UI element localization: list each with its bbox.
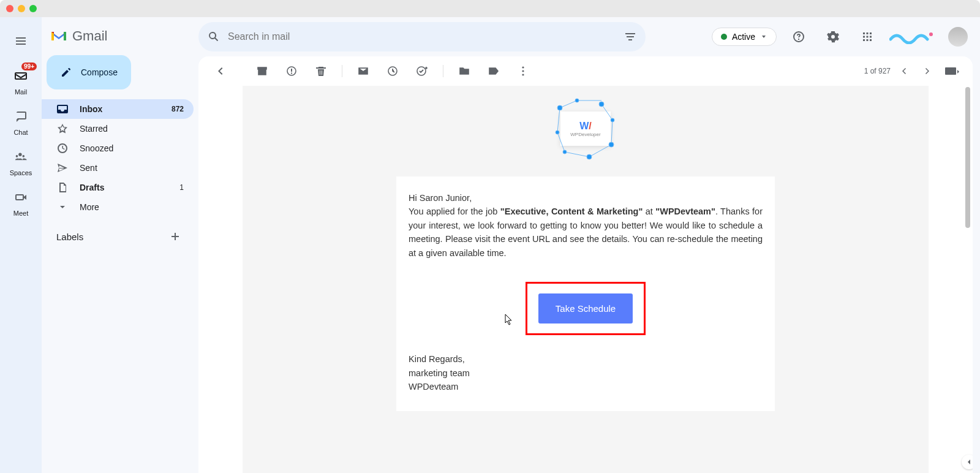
- file-icon: [56, 181, 69, 194]
- svg-point-22: [609, 142, 614, 147]
- nav-inbox-label: Inbox: [80, 104, 102, 114]
- labels-heading: Labels: [56, 232, 83, 242]
- main-menu-button[interactable]: [6, 26, 36, 55]
- svg-line-17: [557, 108, 560, 132]
- rail-meet-label: Meet: [13, 210, 28, 217]
- status-label: Active: [732, 32, 755, 42]
- next-button[interactable]: [918, 59, 937, 83]
- search-icon: [207, 30, 221, 44]
- scrollbar-thumb[interactable]: [965, 87, 970, 228]
- nav-sent[interactable]: Sent: [42, 158, 194, 178]
- envelope-icon: [357, 65, 369, 77]
- support-button[interactable]: [786, 25, 811, 49]
- add-label-button[interactable]: [167, 228, 184, 245]
- svg-line-15: [565, 152, 589, 157]
- svg-point-18: [557, 105, 562, 110]
- task-icon: [416, 65, 428, 77]
- label-icon: [488, 65, 500, 77]
- svg-line-14: [589, 145, 611, 157]
- apps-button[interactable]: [855, 25, 880, 49]
- rail-mail[interactable]: 99+ Mail: [11, 66, 31, 96]
- snooze-button[interactable]: [380, 59, 405, 83]
- brand-name: Gmail: [72, 28, 107, 44]
- org-logo: [889, 28, 938, 45]
- take-schedule-button[interactable]: Take Schedule: [538, 293, 633, 324]
- email-signoff-1: Kind Regards,: [409, 352, 763, 366]
- email-logo-block: W/ WPDeveloper: [243, 86, 929, 176]
- rail-chat[interactable]: Chat: [11, 107, 31, 136]
- main-area: Active: [198, 17, 980, 473]
- nav-drafts-label: Drafts: [80, 183, 104, 192]
- compose-button[interactable]: Compose: [47, 55, 131, 89]
- content-pane: 1 of 927: [198, 56, 973, 473]
- prev-button[interactable]: [894, 59, 914, 83]
- nav-drafts-count: 1: [179, 183, 184, 192]
- plus-icon: [170, 231, 181, 242]
- window-minimize-button[interactable]: [18, 5, 25, 12]
- mail-icon: [13, 69, 28, 83]
- rail-spaces[interactable]: Spaces: [10, 147, 32, 176]
- arrow-left-icon: [214, 65, 227, 77]
- email-viewport[interactable]: W/ WPDeveloper Hi Saron Junior, You appl…: [198, 86, 973, 473]
- nav-inbox-count: 872: [172, 105, 184, 113]
- keyboard-icon: [944, 67, 959, 75]
- nav-drafts[interactable]: Drafts 1: [42, 178, 194, 197]
- account-avatar[interactable]: [948, 27, 968, 47]
- pencil-icon: [60, 66, 72, 78]
- clock-icon: [56, 142, 69, 154]
- rail-meet[interactable]: Meet: [11, 187, 31, 217]
- move-to-button[interactable]: [452, 59, 477, 83]
- settings-button[interactable]: [821, 25, 845, 49]
- gmail-logo-icon: [50, 29, 67, 43]
- svg-line-10: [560, 100, 577, 108]
- archive-icon: [256, 65, 268, 77]
- chevron-down-icon: [56, 201, 69, 213]
- inbox-icon: [56, 103, 69, 115]
- side-panel-toggle[interactable]: [962, 455, 973, 469]
- window-chrome: [0, 0, 980, 17]
- nav-snoozed[interactable]: Snoozed: [42, 138, 194, 158]
- folder-nav: Inbox 872 Starred Snoozed Sent Drafts 1: [42, 99, 194, 217]
- add-to-tasks-button[interactable]: [410, 59, 434, 83]
- report-spam-button[interactable]: [279, 59, 304, 83]
- trash-icon: [315, 65, 327, 77]
- window-maximize-button[interactable]: [29, 5, 37, 12]
- archive-button[interactable]: [250, 59, 274, 83]
- more-button[interactable]: [511, 59, 535, 83]
- back-button[interactable]: [208, 59, 233, 83]
- chevron-left-icon: [965, 458, 973, 466]
- svg-line-12: [601, 104, 612, 120]
- labels-button[interactable]: [481, 59, 506, 83]
- brand[interactable]: Gmail: [42, 22, 194, 55]
- nav-sent-label: Sent: [80, 163, 97, 173]
- window-close-button[interactable]: [6, 5, 13, 12]
- search-options-icon[interactable]: [624, 30, 637, 44]
- svg-point-20: [599, 102, 604, 107]
- svg-point-24: [563, 150, 567, 154]
- clock-icon: [386, 65, 399, 77]
- dropdown-caret-icon: [760, 33, 767, 40]
- hamburger-icon: [14, 34, 28, 47]
- svg-line-16: [557, 132, 565, 152]
- compose-label: Compose: [81, 67, 118, 77]
- spaces-icon: [14, 150, 28, 164]
- svg-point-21: [611, 118, 614, 122]
- labels-heading-row: Labels: [42, 217, 194, 245]
- nav-starred[interactable]: Starred: [42, 119, 194, 138]
- folder-move-icon: [458, 65, 470, 77]
- svg-point-19: [575, 99, 579, 102]
- email-body-text: You applied for the job "Executive, Cont…: [409, 205, 763, 260]
- search-bar[interactable]: [198, 22, 646, 51]
- network-graphic-icon: [552, 96, 619, 162]
- chevron-left-icon: [899, 66, 909, 76]
- svg-rect-3: [291, 73, 292, 74]
- input-tool-button[interactable]: [941, 59, 963, 83]
- delete-button[interactable]: [309, 59, 333, 83]
- status-chip[interactable]: Active: [712, 28, 777, 46]
- search-input[interactable]: [228, 31, 616, 42]
- mark-unread-button[interactable]: [351, 59, 375, 83]
- nav-more[interactable]: More: [42, 197, 194, 217]
- nav-inbox[interactable]: Inbox 872: [42, 99, 194, 119]
- chat-icon: [14, 110, 28, 123]
- svg-point-23: [587, 154, 592, 159]
